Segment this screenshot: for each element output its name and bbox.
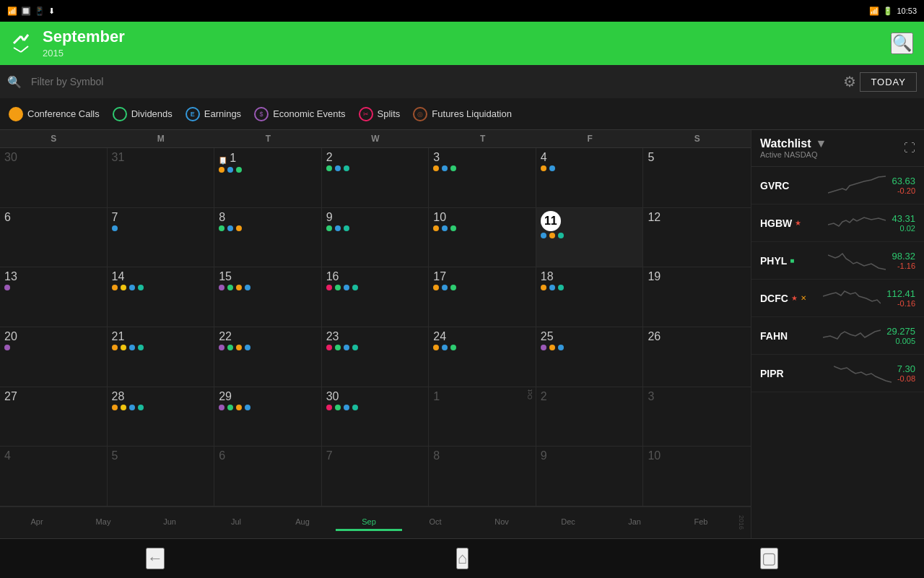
dot xyxy=(326,225,332,231)
dot xyxy=(541,285,546,290)
timeline-apr[interactable]: Apr xyxy=(4,514,70,531)
cell-aug-30[interactable]: 30 xyxy=(0,148,108,207)
date-sep-29: 29 xyxy=(219,390,232,402)
cell-oct-8[interactable]: 8 xyxy=(429,447,536,506)
cell-sep-30[interactable]: 30 xyxy=(322,387,430,447)
dot xyxy=(450,225,456,231)
timeline-jul[interactable]: Jul xyxy=(203,514,269,531)
cell-sep-28[interactable]: 28 xyxy=(108,387,215,447)
dcfc-badge-red: ★ xyxy=(791,294,798,302)
today-button[interactable]: TODAY xyxy=(860,72,917,92)
cell-sep-7[interactable]: 7 xyxy=(108,208,215,267)
sd-icon: 🔲 xyxy=(21,7,31,16)
dot xyxy=(112,405,118,410)
cell-sep-9[interactable]: 9 xyxy=(322,208,430,267)
cell-oct-6[interactable]: 6 xyxy=(214,447,322,506)
cell-oct-4[interactable]: 4 xyxy=(0,447,108,506)
cell-oct-7[interactable]: 7 xyxy=(322,447,430,506)
timeline-jun[interactable]: Jun xyxy=(136,514,203,531)
cell-sep-11[interactable]: 11 xyxy=(536,208,644,267)
cell-oct-5[interactable]: 5 xyxy=(108,447,215,506)
cell-sep-16[interactable]: 16 xyxy=(322,267,430,327)
cell-sep-1[interactable]: 📋 1 xyxy=(214,148,322,207)
cell-sep-15[interactable]: 15 xyxy=(214,267,322,327)
watchlist-dropdown-icon[interactable]: ▼ xyxy=(816,137,827,150)
dot xyxy=(326,165,332,171)
cell-sep-29[interactable]: 29 xyxy=(214,387,322,447)
cell-sep-24[interactable]: 24 xyxy=(429,327,536,387)
cell-sep-27[interactable]: 27 xyxy=(0,387,108,447)
dot xyxy=(4,345,10,350)
expand-icon[interactable]: ⛶ xyxy=(904,142,915,155)
cell-sep-3[interactable]: 3 xyxy=(429,148,536,207)
legend-splits[interactable]: ✂ Splits xyxy=(359,107,401,121)
cell-sep-18[interactable]: 18 xyxy=(536,267,644,327)
cell-sep-22[interactable]: 22 xyxy=(214,327,322,387)
header-search-button[interactable]: 🔍 xyxy=(891,33,913,54)
watchlist-item-pipr[interactable]: PIPR 7.30 -0.08 xyxy=(751,355,924,392)
legend-conference-calls[interactable]: Conference Calls xyxy=(9,107,100,121)
timeline-dec[interactable]: Dec xyxy=(535,514,601,531)
dots-sep-22 xyxy=(219,345,317,350)
cell-sep-17[interactable]: 17 xyxy=(429,267,536,327)
watchlist-item-hgbw[interactable]: HGBW ★ 43.31 0.02 xyxy=(751,204,924,242)
timeline-aug[interactable]: Aug xyxy=(269,514,336,531)
dot xyxy=(541,165,546,171)
dot xyxy=(227,285,233,290)
watchlist-item-dcfc[interactable]: DCFC ★ ✕ 112.41 -0.16 xyxy=(751,280,924,317)
cell-oct-9[interactable]: 9 xyxy=(536,447,644,506)
legend-economic-events[interactable]: $ Economic Events xyxy=(254,107,345,121)
watchlist-controls: ⛶ xyxy=(904,142,915,155)
symbol-filter-input[interactable] xyxy=(25,76,840,87)
cell-sep-5[interactable]: 5 xyxy=(643,148,751,207)
timeline-jan[interactable]: Jan xyxy=(601,514,668,531)
cell-oct-1[interactable]: Oct 1 xyxy=(429,387,536,447)
filter-options-icon[interactable]: ⚙ xyxy=(843,73,856,90)
top-header: September 2015 🔍 xyxy=(0,22,924,65)
dot xyxy=(227,225,233,231)
cell-sep-6[interactable]: 6 xyxy=(0,208,108,267)
timeline-sep[interactable]: Sep xyxy=(336,514,402,531)
cell-aug-31[interactable]: 31 xyxy=(108,148,215,207)
legend-earnings[interactable]: E Earnings xyxy=(186,107,241,121)
timeline-oct[interactable]: Oct xyxy=(402,514,468,531)
cell-sep-4[interactable]: 4 xyxy=(536,148,644,207)
dot xyxy=(227,345,233,350)
cell-sep-12[interactable]: 12 xyxy=(643,208,751,267)
cell-sep-23[interactable]: 23 xyxy=(322,327,430,387)
legend-dividends[interactable]: Dividends xyxy=(113,107,173,121)
timeline-may[interactable]: May xyxy=(70,514,136,531)
day-header-thu: T xyxy=(429,130,536,147)
date-sep-2: 2 xyxy=(326,151,333,163)
cell-sep-25[interactable]: 25 xyxy=(536,327,644,387)
watchlist-item-phyl[interactable]: PHYL ■ 98.32 -1.16 xyxy=(751,242,924,280)
cell-oct-2[interactable]: 2 xyxy=(536,387,644,447)
cell-sep-26[interactable]: 26 xyxy=(643,327,751,387)
date-sep-16: 16 xyxy=(326,270,339,282)
watchlist-item-gvrc[interactable]: GVRC 63.63 -0.20 xyxy=(751,167,924,204)
home-button[interactable]: ⌂ xyxy=(456,548,468,569)
cell-sep-19[interactable]: 19 xyxy=(643,267,751,327)
cell-oct-10[interactable]: 10 xyxy=(643,447,751,506)
watchlist-item-fahn[interactable]: FAHN 29.275 0.005 xyxy=(751,317,924,355)
cell-sep-14[interactable]: 14 xyxy=(108,267,215,327)
cell-sep-13[interactable]: 13 xyxy=(0,267,108,327)
dot xyxy=(129,345,135,350)
cell-sep-20[interactable]: 20 xyxy=(0,327,108,387)
back-button[interactable]: ← xyxy=(146,548,165,569)
date-aug-31: 31 xyxy=(112,151,125,163)
recents-button[interactable]: ▢ xyxy=(760,548,778,569)
cell-sep-21[interactable]: 21 xyxy=(108,327,215,387)
timeline-feb[interactable]: Feb xyxy=(668,514,734,531)
cell-sep-8[interactable]: 8 xyxy=(214,208,322,267)
day-header-wed: W xyxy=(322,130,430,147)
cell-sep-10[interactable]: 10 xyxy=(429,208,536,267)
price-change-dcfc: -0.16 xyxy=(886,299,915,308)
timeline-nov[interactable]: Nov xyxy=(468,514,535,531)
date-oct-10: 10 xyxy=(648,449,661,462)
legend-futures-liquidation[interactable]: ◎ Futures Liquidation xyxy=(413,107,512,121)
date-oct-6: 6 xyxy=(219,449,225,462)
cell-sep-2[interactable]: 2 xyxy=(322,148,430,207)
cell-oct-3[interactable]: 3 xyxy=(643,387,751,447)
watchlist-sidebar: Watchlist ▼ Active NASDAQ ⛶ GVRC 63.63 xyxy=(751,130,924,538)
